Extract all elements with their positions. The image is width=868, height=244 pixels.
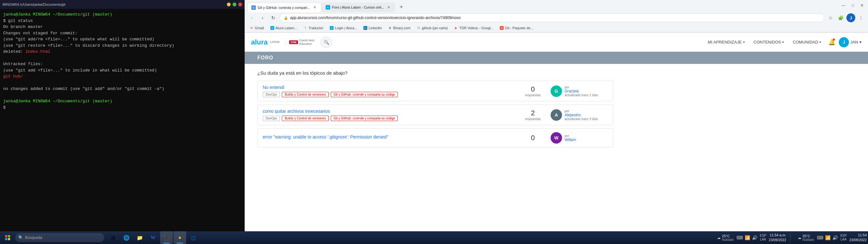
tab-1-close-btn[interactable]: ✕ bbox=[386, 5, 391, 10]
browser-tab-1[interactable]: A Foro | Alura Latam - Cursos onli... ✕ bbox=[322, 3, 395, 12]
bookmark-git-package-label: Git - Paquete de... bbox=[505, 26, 533, 30]
back-button[interactable]: ‹ bbox=[247, 13, 256, 22]
terminal-output-6: (use "git add <file>..." to include in w… bbox=[3, 67, 242, 74]
bookmark-tdr-label: TDR Videos - Googl... bbox=[459, 26, 493, 30]
browser-toolbar: ‹ › ↻ 🔒 app.aluracursos.com/forum/curso-… bbox=[245, 12, 868, 24]
taskbar-app-word[interactable]: W bbox=[147, 231, 159, 244]
lang-sub-right: LAA bbox=[840, 238, 847, 241]
browser-restore-btn[interactable]: □ bbox=[850, 3, 856, 8]
bookmark-github[interactable]: ⬡ github (jan carlo) bbox=[414, 25, 451, 30]
start-button[interactable] bbox=[1, 231, 14, 244]
forum-topic-2: error "warning: unable to access '.gitig… bbox=[257, 128, 613, 147]
terminal-cmd-2: $ bbox=[3, 104, 242, 111]
topic-1-tags: DevOps Builds y Control de versiones Git… bbox=[263, 116, 515, 121]
profile-btn[interactable]: J bbox=[846, 13, 855, 22]
taskbar-lang-left[interactable]: ESP LAA bbox=[760, 234, 766, 241]
taskbar-app-vscode[interactable]: ◫ bbox=[187, 231, 199, 244]
bookmark-git-package[interactable]: G Git - Paquete de... bbox=[497, 25, 536, 30]
user-avatar[interactable]: J bbox=[839, 37, 849, 47]
user-menu[interactable]: JAN ▾ bbox=[850, 40, 862, 44]
topic-0-tag-git[interactable]: Git y GitHub: controle y comparta su cód… bbox=[331, 92, 398, 97]
topic-0-author-name[interactable]: Graciela bbox=[565, 89, 598, 93]
bookmark-linkedin[interactable]: in LinkedIn bbox=[361, 25, 384, 30]
topic-0-tag-devops[interactable]: DevOps bbox=[263, 92, 280, 97]
website-content: alura LATAM ONE Oracle NextEducation 🔍 M… bbox=[245, 33, 868, 238]
sys-icon-right-3[interactable]: 🔊 bbox=[832, 235, 838, 240]
bookmark-gmail-label: Gmail bbox=[255, 26, 264, 30]
terminal-titlebar: MINGW64:/c/Users/janka/Documents/git — □… bbox=[0, 0, 245, 9]
taskbar-lang-right[interactable]: ESP LAA bbox=[840, 234, 847, 241]
windows-logo bbox=[5, 235, 10, 240]
topic-1-tag-git[interactable]: Git y GitHub: controle y comparta su cód… bbox=[331, 116, 398, 121]
taskbar-app-taskview[interactable]: ⊞ bbox=[107, 231, 120, 244]
topic-1-author-name[interactable]: Alejandro bbox=[565, 113, 598, 117]
notification-dot bbox=[833, 38, 835, 41]
tab-0-close-btn[interactable]: ✕ bbox=[312, 5, 317, 10]
sys-icon-3[interactable]: 🔊 bbox=[752, 235, 757, 240]
browser-menu-btn[interactable]: ⋮ bbox=[857, 13, 865, 22]
topic-2-title[interactable]: error "warning: unable to access '.gitig… bbox=[263, 134, 515, 140]
bookmark-gmail[interactable]: ✉ Gmail bbox=[247, 25, 267, 30]
sys-icon-right-2[interactable]: 📶 bbox=[825, 235, 831, 240]
bookmark-login[interactable]: A Login | Alura... bbox=[327, 25, 360, 30]
weather-label-right: Nublado bbox=[803, 238, 814, 241]
topic-0-title[interactable]: No entendí bbox=[263, 85, 515, 90]
taskbar-search[interactable]: 🔍 Búsqueda bbox=[15, 233, 104, 242]
refresh-button[interactable]: ↻ bbox=[269, 13, 278, 22]
clock-time-left: 11:54 a.m. bbox=[769, 233, 786, 238]
tab-0-favicon: G bbox=[251, 5, 256, 10]
taskbar-clock-left[interactable]: 11:54 a.m. 23/09/2022 bbox=[769, 233, 786, 243]
bookmark-alura[interactable]: A Alura Latam... bbox=[268, 25, 300, 30]
terminal-close-btn[interactable]: ✕ bbox=[238, 3, 242, 6]
topic-2-avatar: W bbox=[551, 132, 562, 144]
sys-icon-2[interactable]: 📶 bbox=[745, 235, 750, 240]
bookmark-translate[interactable]: T Traductor bbox=[301, 25, 326, 30]
translate-icon: T bbox=[303, 26, 307, 30]
taskbar-clock-right[interactable]: 11:54 23/09/2022 bbox=[849, 233, 867, 243]
topic-1-author-time: actualizado hace 3 días bbox=[565, 117, 598, 121]
sys-icon-right-1[interactable]: ⌨ bbox=[817, 235, 823, 240]
browser-minimize-btn[interactable]: — bbox=[840, 3, 847, 8]
taskbar-app-terminal[interactable]: ⬛ bbox=[160, 231, 173, 244]
browser-tabs-list: G Git y GitHub: controla y compari... ✕ … bbox=[245, 0, 868, 12]
taskbar-app-chrome[interactable]: ● bbox=[174, 231, 186, 244]
bookmark-binary[interactable]: B Binary.com bbox=[386, 25, 413, 30]
extensions-btn[interactable]: 🧩 bbox=[836, 13, 845, 22]
alura-logo[interactable]: alura LATAM bbox=[251, 38, 279, 47]
forward-button[interactable]: › bbox=[258, 13, 267, 22]
one-badge: ONE bbox=[289, 40, 298, 44]
taskbar-app-explorer[interactable]: 📁 bbox=[133, 231, 146, 244]
bookmark-tdr[interactable]: ▶ TDR Videos - Googl... bbox=[452, 25, 496, 30]
topic-0-author-by: por bbox=[565, 86, 598, 89]
alura-logo-sub: LATAM bbox=[270, 40, 280, 44]
topic-1-tag-devops[interactable]: DevOps bbox=[263, 116, 280, 121]
topic-1-tag-builds[interactable]: Builds y Control de versiones bbox=[282, 116, 329, 121]
topic-2-author-info: por Willam bbox=[565, 134, 576, 142]
clock-date-right: 23/09/2022 bbox=[849, 238, 867, 242]
terminal-output-1: On branch master bbox=[3, 24, 242, 30]
topic-2-count: 0 bbox=[520, 134, 546, 142]
topic-2-author-name[interactable]: Willam bbox=[565, 138, 576, 142]
topic-1-title[interactable]: como quitar archivos innecesarios bbox=[263, 109, 515, 114]
nav-mi-aprendizaje[interactable]: MI APRENDIZAJE ▾ bbox=[704, 37, 748, 47]
weather-temp-left: 25°C bbox=[722, 234, 734, 238]
bookmarks-bar: ✉ Gmail A Alura Latam... T Traductor A L… bbox=[245, 24, 868, 32]
login-alura-icon: A bbox=[330, 26, 334, 30]
nav-comunidad[interactable]: COMUNIDAD ▾ bbox=[789, 37, 825, 47]
taskbar-app-edge[interactable]: 🌐 bbox=[120, 231, 133, 244]
terminal-minimize-btn[interactable]: — bbox=[227, 3, 231, 6]
address-bar[interactable]: 🔒 app.aluracursos.com/forum/curso-git-gi… bbox=[280, 13, 824, 22]
alura-site-header: alura LATAM ONE Oracle NextEducation 🔍 M… bbox=[245, 33, 868, 52]
topic-0-tag-builds[interactable]: Builds y Control de versiones bbox=[282, 92, 329, 97]
header-search-btn[interactable]: 🔍 bbox=[320, 36, 332, 48]
terminal-body[interactable]: janka@Janka MINGW64 ~/Documents/git (mas… bbox=[0, 9, 245, 244]
browser-close-btn[interactable]: ✕ bbox=[859, 3, 865, 8]
browser-tab-0[interactable]: G Git y GitHub: controla y compari... ✕ bbox=[247, 3, 321, 12]
bookmark-star-btn[interactable]: ☆ bbox=[826, 13, 835, 22]
sys-icon-1[interactable]: ⌨ bbox=[737, 235, 743, 240]
new-tab-button[interactable]: + bbox=[397, 3, 406, 11]
notification-bell[interactable]: 🔔 bbox=[826, 36, 837, 48]
terminal-maximize-btn[interactable]: □ bbox=[232, 3, 237, 6]
nav-contenidos[interactable]: CONTENIDOS ▾ bbox=[750, 37, 788, 47]
topic-0-author: G por Graciela actualizado hace 2 días bbox=[551, 86, 608, 97]
